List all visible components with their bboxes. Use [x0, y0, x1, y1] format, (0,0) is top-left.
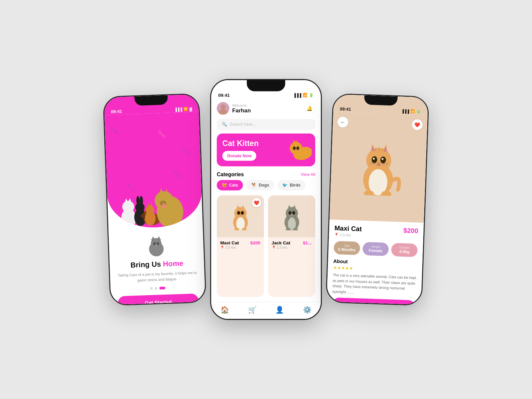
pet-card-maxi[interactable]: ❤️: [217, 195, 264, 297]
battery-icon: ▓: [189, 107, 192, 111]
title-part1: Bring Us: [130, 260, 163, 269]
nav-home[interactable]: 🏠: [220, 306, 229, 314]
jack-price: $1...: [303, 240, 312, 246]
promo-banner: Cat Kitten Donate Now: [217, 134, 315, 167]
svg-point-60: [291, 214, 293, 216]
pet-card-jack[interactable]: Jack Cat $1... 📍 1.5 km: [268, 195, 315, 297]
svg-point-33: [221, 104, 226, 109]
weight-pill: Weight Female: [362, 242, 389, 256]
dogs-emoji: 🐕: [251, 183, 257, 188]
favorite-button[interactable]: ❤️: [412, 119, 423, 130]
signal-icon: ▐▐▐: [174, 107, 182, 111]
notch-2: [247, 80, 285, 91]
scene: 09:41 ▐▐▐ 🛜 ▓ 🐾 🐾 🐾 🦴 🐾: [93, 71, 439, 328]
gender-pill: Gender 4.5kg: [391, 243, 418, 257]
dot-1: [150, 287, 153, 290]
birds-label: Birds: [290, 183, 300, 188]
nav-favorites[interactable]: 👤: [275, 306, 284, 314]
signal-icon-2: ▐▐▐: [293, 93, 301, 97]
pets-image: [105, 125, 202, 229]
maxi-name-row: Maxi Cat $200: [220, 240, 260, 246]
pet-cards: ❤️: [211, 195, 321, 302]
notch-1: [134, 95, 168, 105]
wifi-icon: 🛜: [183, 107, 188, 111]
svg-marker-56: [288, 205, 291, 209]
username: Farhan: [232, 107, 251, 113]
category-cats[interactable]: 🐱 Cats: [217, 180, 243, 191]
svg-marker-3: [128, 199, 131, 202]
weight-value: Female: [364, 248, 387, 253]
maxi-name: Maxi Cat: [220, 240, 239, 246]
categories-row: 🐱 Cats 🐕 Dogs 🐦 Birds: [211, 180, 321, 195]
search-placeholder: Search here...: [230, 122, 256, 127]
dot-2: [155, 287, 157, 290]
phone1-content: 09:41 ▐▐▐ 🛜 ▓ 🐾 🐾 🐾 🦴 🐾: [104, 94, 205, 305]
svg-point-40: [296, 146, 299, 150]
detail-price: $200: [403, 227, 418, 235]
cats-emoji: 🐱: [222, 183, 227, 188]
category-dogs[interactable]: 🐕 Dogs: [246, 180, 274, 191]
phone2-content: 09:41 ▐▐▐ 📶 🔋: [211, 80, 321, 319]
phone-1: 09:41 ▐▐▐ 🛜 ▓ 🐾 🐾 🐾 🦴 🐾: [103, 93, 206, 306]
notification-button[interactable]: 🔔: [304, 103, 315, 114]
detail-cat-image: [352, 138, 404, 197]
maxi-info: Maxi Cat $200 📍 2.5 km: [217, 237, 264, 249]
banner-content: Cat Kitten Donate Now: [222, 139, 259, 161]
categories-header: Categories View All: [211, 171, 321, 180]
avatar: [217, 102, 229, 115]
search-bar[interactable]: 🔍 Search here...: [217, 119, 315, 130]
age-pill: Age 5 Months: [333, 241, 360, 255]
time-2: 09:41: [218, 93, 230, 98]
dogs-label: Dogs: [259, 183, 269, 188]
svg-marker-20: [150, 203, 152, 206]
info-pills: Age 5 Months Weight Female Gender 4.5kg: [333, 241, 418, 257]
dot-3-active: [159, 287, 165, 290]
status-icons-2: ▐▐▐ 📶 🔋: [293, 93, 314, 98]
battery-icon-2: 🔋: [309, 93, 314, 98]
category-birds[interactable]: 🐦 Birds: [278, 180, 306, 191]
maxi-location: 📍 2.5 km: [220, 246, 260, 250]
search-icon: 🔍: [222, 122, 227, 127]
dots-row: [150, 287, 165, 290]
back-button[interactable]: ←: [337, 117, 348, 128]
time-1: 09:41: [111, 109, 122, 114]
donate-button[interactable]: Donate Now: [222, 151, 256, 161]
svg-marker-19: [147, 203, 150, 207]
favorite-badge-1[interactable]: ❤️: [252, 198, 261, 207]
nav-settings[interactable]: ⚙️: [303, 306, 312, 314]
phone1-description: Taking Care of a pet is my favorite, it …: [117, 270, 198, 284]
gender-value: 4.5kg: [393, 249, 416, 254]
view-all-link[interactable]: View All: [301, 172, 315, 177]
nav-shop[interactable]: 🛒: [248, 306, 257, 314]
jack-cat-image: [268, 195, 315, 237]
detail-pet-name: Maxi Cat: [334, 224, 362, 233]
title-highlight: Home: [163, 259, 184, 268]
banner-title: Cat Kitten: [222, 139, 259, 148]
banner-cat-image: [284, 134, 312, 167]
welcome-label: Welcome,: [232, 103, 251, 107]
phone-2-center: 09:41 ▐▐▐ 📶 🔋: [210, 79, 322, 320]
status-icons-1: ▐▐▐ 🛜 ▓: [174, 107, 192, 112]
phone3-content: 09:41 ▐▐▐ 📶 🔋 ← ❤️: [327, 94, 428, 305]
get-started-button[interactable]: Get Started: [117, 294, 199, 305]
wifi-icon-2: 📶: [303, 93, 308, 98]
adopt-button[interactable]: Adopt me: [332, 298, 416, 305]
battery-icon-3: 🔋: [416, 109, 421, 114]
about-text: The cat is a very adorable animal. Cats …: [332, 272, 417, 297]
maxi-cat-image: ❤️: [217, 195, 264, 237]
age-value: 5 Months: [335, 247, 358, 252]
pets-svg: [117, 173, 192, 229]
detail-hero: ← ❤️: [330, 112, 428, 223]
maxi-price: $200: [250, 240, 260, 246]
jack-name-row: Jack Cat $1...: [272, 240, 312, 246]
jack-info: Jack Cat $1... 📍 1.5 km: [268, 237, 315, 249]
svg-point-39: [293, 146, 296, 150]
jack-name: Jack Cat: [272, 240, 290, 246]
decorative-cat: [144, 234, 168, 258]
phone1-title: Bring Us Home: [130, 259, 184, 270]
signal-icon-3: ▐▐▐: [401, 109, 409, 113]
bottom-nav: 🏠 🛒 👤 ⚙️: [211, 302, 321, 319]
phone1-body: Bring Us Home Taking Care of a pet is my…: [108, 226, 205, 305]
phone1-hero: 🐾 🐾 🐾 🦴 🐾: [104, 112, 203, 229]
svg-marker-47: [241, 205, 244, 209]
